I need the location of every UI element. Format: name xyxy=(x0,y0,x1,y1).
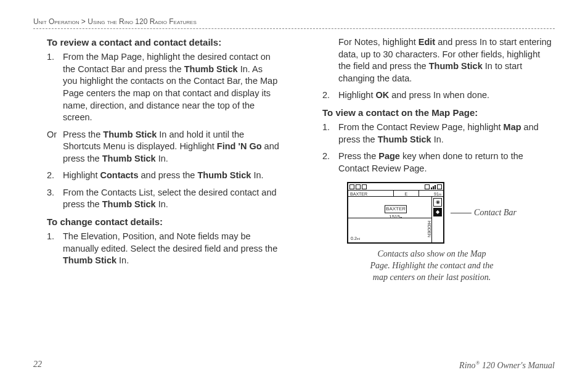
step-or: Or xyxy=(47,129,63,165)
contact-bar-icons: ◉ ◆ xyxy=(433,198,442,216)
step-number: 1. xyxy=(47,231,63,267)
distance-unit: m xyxy=(439,192,441,196)
status-icon xyxy=(356,184,361,189)
left-column: To review a contact and contact details:… xyxy=(33,36,279,284)
step-text: Press the Thumb Stick In and hold it unt… xyxy=(63,129,279,165)
step-text: From the Map Page, highlight the desired… xyxy=(63,51,279,123)
step-number: 2. xyxy=(322,89,338,102)
continuation-text: For Notes, highlight Edit and press In t… xyxy=(338,36,555,84)
page-footer: 22 Rino® 120 Owner's Manual xyxy=(33,360,555,371)
map-scale: 0.2mi xyxy=(351,236,360,241)
callout-leader-line xyxy=(451,213,472,213)
list-item: 1. From the Map Page, highlight the desi… xyxy=(47,51,279,123)
step-number: 1. xyxy=(322,121,338,146)
heading-change-contact: To change contact details: xyxy=(47,216,279,228)
breadcrumb-sub: Using the Rino 120 Radio Features xyxy=(88,17,197,26)
list-item: 1. From the Contact Review Page, highlig… xyxy=(322,121,555,146)
callout-contact-bar: Contact Bar xyxy=(474,208,517,217)
device-screen-figure: BAXTER E 91m ◉ ◆ BAXTER 1515⬥ 0.2mi HIDD… xyxy=(347,182,444,244)
list-item: 1. The Elevation, Position, and Note fie… xyxy=(47,231,279,267)
direction-field: E xyxy=(394,191,419,196)
step-text: Press the Page key when done to return t… xyxy=(338,150,555,175)
map-contact-value: 1515 xyxy=(389,214,400,220)
step-text: The Elevation, Position, and Note fields… xyxy=(63,231,279,267)
step-number: 1. xyxy=(47,51,63,123)
step-text: From the Contact Review Page, highlight … xyxy=(338,121,555,146)
figure-caption: Contacts also show on the Map Page. High… xyxy=(309,249,555,284)
distance-field: 91 xyxy=(434,192,439,196)
page-number: 22 xyxy=(33,360,42,371)
signal-icon xyxy=(431,184,436,189)
status-icon xyxy=(362,184,367,189)
status-icon xyxy=(425,184,430,189)
step-text: From the Contacts List, select the desir… xyxy=(63,187,279,211)
contact-name-field: BAXTER xyxy=(348,191,394,196)
list-item: 2. Highlight OK and press In when done. xyxy=(322,89,555,102)
status-icon xyxy=(349,184,354,189)
list-item: 3. From the Contacts List, select the de… xyxy=(47,187,279,211)
breadcrumb: Unit Operation > Using the Rino 120 Radi… xyxy=(33,17,555,29)
list-item: Or Press the Thumb Stick In and hold it … xyxy=(47,129,279,165)
right-column: For Notes, highlight Edit and press In t… xyxy=(309,36,555,284)
content-columns: To review a contact and contact details:… xyxy=(33,36,555,284)
list-item: 2. Press the Page key when done to retur… xyxy=(322,150,555,175)
status-icon xyxy=(437,184,442,189)
heading-review-contact: To review a contact and contact details: xyxy=(47,36,279,49)
manual-title: Rino® 120 Owner's Manual xyxy=(459,360,555,371)
callout-group: Contact Bar xyxy=(451,207,517,219)
contact-bar-item-selected: ◆ xyxy=(433,208,442,216)
step-text: Highlight Contacts and press the Thumb S… xyxy=(63,170,279,182)
list-item: 2. Highlight Contacts and press the Thum… xyxy=(47,170,279,182)
map-contact-name: BAXTER xyxy=(385,205,407,213)
breadcrumb-section: Unit Operation xyxy=(33,17,80,26)
figure-wrapper: BAXTER E 91m ◉ ◆ BAXTER 1515⬥ 0.2mi HIDD… xyxy=(309,182,555,244)
heading-view-contact: To view a contact on the Map Page: xyxy=(322,107,555,119)
step-number: 2. xyxy=(47,170,63,182)
step-text: Highlight OK and press In when done. xyxy=(338,89,555,102)
step-number: 2. xyxy=(322,150,338,175)
breadcrumb-sep: > xyxy=(80,17,88,26)
contact-bar-item: ◉ xyxy=(433,198,442,207)
figure-status-bar xyxy=(348,183,443,191)
figure-info-bar: BAXTER E 91m xyxy=(348,191,443,197)
step-number: 3. xyxy=(47,187,63,211)
step-text: For Notes, highlight Edit and press In t… xyxy=(338,36,555,84)
